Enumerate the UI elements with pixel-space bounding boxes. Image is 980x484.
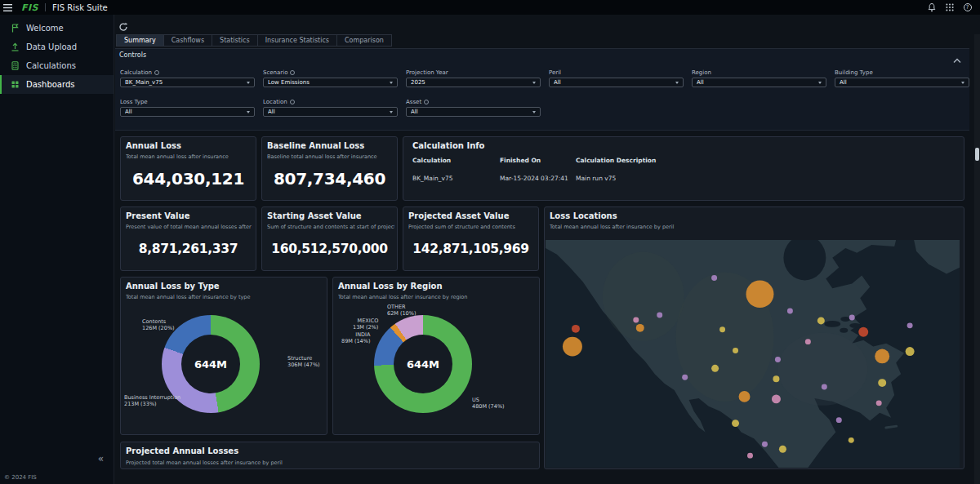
sidebar: Welcome Data Upload Calculations Dashboa… — [0, 15, 114, 484]
card-title: Annual Loss — [126, 141, 181, 150]
info-icon[interactable] — [154, 70, 159, 75]
select-value: 2025 — [411, 79, 532, 86]
controls-panel-title: Controls — [119, 51, 146, 59]
sidebar-item-label: Data Upload — [26, 42, 77, 51]
hamburger-menu-icon[interactable] — [0, 0, 15, 15]
annual-loss-by-region-donut[interactable]: 644M — [374, 315, 472, 413]
filter-label: Loss Type — [120, 99, 148, 105]
apps-grid-icon[interactable] — [945, 3, 954, 12]
select-value: Low Emissions — [268, 79, 390, 86]
donut-center-label: 644M — [374, 315, 472, 413]
card-title: Baseline Annual Loss — [267, 141, 364, 150]
card-title: Present Value — [126, 211, 189, 220]
select-value: All — [840, 79, 961, 86]
flag-icon — [10, 24, 20, 33]
annual-loss-by-type-card: Annual Loss by Type Total mean annual lo… — [120, 277, 327, 435]
chevron-down-icon — [961, 82, 964, 84]
baseline-annual-loss-card: Baseline Annual Loss Baseline total annu… — [261, 136, 398, 201]
sidebar-item-calculations[interactable]: Calculations — [0, 56, 114, 75]
filter-loss-type: Loss Type All — [120, 98, 255, 117]
sidebar-collapse-icon[interactable]: « — [98, 453, 104, 464]
chevron-down-icon — [247, 82, 250, 84]
sidebar-item-label: Dashboards — [26, 80, 74, 89]
calculation-info-card: Calculation Info Calculation Finished On… — [403, 136, 964, 201]
filter-calculation: Calculation BK_Main_v75 — [120, 69, 255, 87]
chevron-down-icon — [390, 82, 393, 84]
info-icon[interactable] — [290, 100, 295, 104]
card-subtitle: Present value of total mean annual losse… — [126, 224, 253, 230]
help-icon[interactable]: ? — [963, 3, 972, 12]
sidebar-item-label: Calculations — [26, 61, 76, 70]
chevron-up-icon[interactable] — [953, 51, 963, 60]
scenario-select[interactable]: Low Emissions — [263, 78, 398, 87]
chevron-down-icon — [532, 111, 536, 113]
column-header: Calculation — [412, 157, 500, 164]
sidebar-item-data-upload[interactable]: Data Upload — [0, 38, 114, 56]
divider — [45, 3, 46, 11]
sidebar-item-dashboards[interactable]: Dashboards — [0, 75, 114, 94]
card-subtitle: Sum of structure and contents at start o… — [267, 224, 394, 230]
filter-label: Calculation — [120, 69, 152, 76]
tab-comparison[interactable]: Comparison — [337, 35, 391, 46]
calculation-name: BK_Main_v75 — [412, 175, 500, 182]
select-value: BK_Main_v75 — [125, 79, 247, 86]
annual-loss-card: Annual Loss Total mean annual loss after… — [120, 136, 256, 201]
notifications-bell-icon[interactable] — [927, 3, 936, 12]
sidebar-item-welcome[interactable]: Welcome — [0, 19, 114, 38]
controls-panel: Controls Calculation BK_Main_v75 Scenari… — [115, 48, 969, 131]
scrollbar-thumb[interactable] — [975, 148, 979, 161]
upload-icon — [10, 42, 20, 52]
copyright-text: © 2024 FIS — [4, 474, 37, 481]
select-value: All — [554, 79, 675, 86]
fis-logo: FIS — [21, 2, 38, 13]
chevron-down-icon — [247, 111, 250, 113]
chevron-down-icon — [532, 82, 536, 84]
filter-label: Asset — [406, 99, 421, 105]
donut-callout-us: US 480M (74%) — [472, 397, 505, 410]
asset-select[interactable]: All — [406, 107, 541, 117]
select-value: All — [411, 109, 532, 115]
filter-region: Region All — [692, 69, 826, 87]
tab-cashflows[interactable]: Cashflows — [164, 35, 212, 46]
present-value-card: Present Value Present value of total mea… — [120, 206, 256, 271]
calculation-info-table: Calculation Finished On Calculation Desc… — [412, 157, 957, 182]
tab-insurance-statistics[interactable]: Insurance Statistics — [258, 35, 337, 46]
starting-asset-value-value: 160,512,570,000 — [262, 232, 397, 265]
projected-asset-value-value: 142,871,105,969 — [403, 232, 538, 265]
donut-callout-mexico: MEXICO 13M (2%) — [353, 317, 378, 331]
info-icon[interactable] — [290, 70, 295, 75]
card-title: Annual Loss by Type — [126, 282, 220, 291]
annual-loss-value: 644,030,121 — [121, 162, 256, 195]
loss-locations-map[interactable] — [546, 240, 960, 468]
refresh-icon[interactable] — [118, 20, 128, 29]
sidebar-item-label: Welcome — [26, 24, 64, 33]
filter-peril: Peril All — [549, 69, 684, 87]
filter-label: Region — [692, 69, 711, 76]
projected-asset-value-card: Projected Asset Value Projected sum of s… — [403, 206, 539, 271]
peril-select[interactable]: All — [549, 78, 684, 87]
card-title: Projected Asset Value — [408, 211, 509, 220]
info-icon[interactable] — [424, 100, 429, 104]
region-select[interactable]: All — [692, 78, 826, 87]
projection-year-select[interactable]: 2025 — [406, 78, 541, 87]
filter-building-type: Building Type All — [835, 69, 969, 87]
loss-type-select[interactable]: All — [120, 107, 255, 117]
filter-asset: Asset All — [406, 98, 541, 117]
projected-annual-losses-card: Projected Annual Losses Projected total … — [120, 442, 540, 469]
tab-statistics[interactable]: Statistics — [212, 35, 258, 46]
finished-on-value: Mar-15-2024 03:27:41 — [500, 175, 576, 182]
calculation-select[interactable]: BK_Main_v75 — [120, 78, 255, 87]
select-value: All — [268, 109, 390, 115]
chevron-down-icon — [675, 82, 679, 84]
filter-label: Location — [263, 99, 287, 105]
tab-summary[interactable]: Summary — [117, 35, 164, 46]
donut-callout-business-interruption: Business Interruption 213M (33%) — [124, 394, 180, 407]
card-title: Calculation Info — [412, 141, 484, 150]
building-type-select[interactable]: All — [835, 78, 969, 87]
location-select[interactable]: All — [263, 107, 398, 117]
scrollbar-track[interactable] — [974, 34, 980, 484]
calculator-icon — [10, 61, 20, 71]
dashboard-tabbar: Summary Cashflows Statistics Insurance S… — [116, 34, 392, 47]
select-value: All — [697, 79, 818, 86]
app-title: FIS Risk Suite — [52, 3, 108, 12]
